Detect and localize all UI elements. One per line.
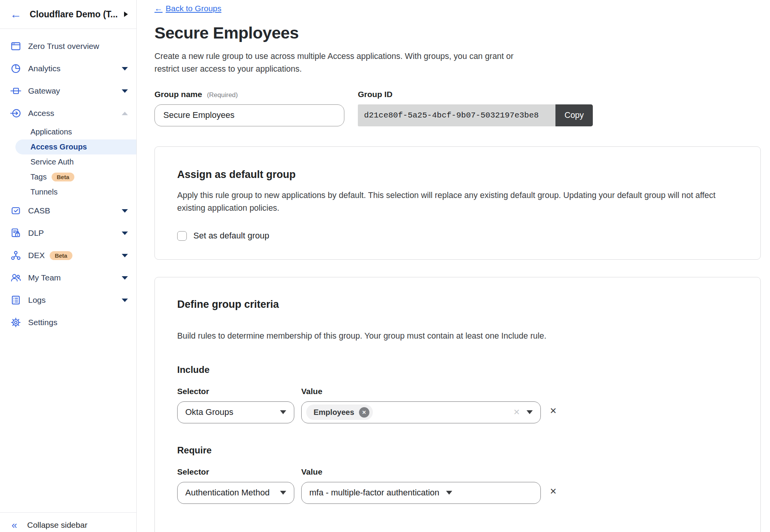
clear-value-icon[interactable]: ✕ (513, 408, 520, 417)
sidebar-item-label: Gateway (28, 86, 60, 96)
require-selector-dropdown[interactable]: Authentication Method (177, 482, 294, 504)
sidebar-item-label: Tags (30, 173, 47, 181)
sidebar-item-access[interactable]: Access (0, 102, 136, 124)
sidebar-item-zero-trust-overview[interactable]: Zero Trust overview (0, 35, 136, 57)
group-id-value: d21ce80f-5a25-4bcf-9b07-5032197e3be8 (358, 104, 555, 126)
sidebar-item-label: Settings (28, 318, 57, 327)
collapse-sidebar-button[interactable]: « Collapse sidebar (0, 512, 136, 532)
chevron-right-icon[interactable] (124, 12, 128, 17)
require-section-title: Require (177, 445, 738, 456)
back-to-groups-link[interactable]: ← Back to Groups (154, 4, 221, 13)
chevron-down-icon (122, 89, 128, 93)
dlp-icon (10, 227, 22, 239)
include-rule-row: Okta Groups Employees ✕ ✕ ✕ (177, 401, 738, 423)
include-value-label: Value (301, 387, 322, 396)
sidebar-item-label: Applications (30, 128, 72, 136)
chevron-down-icon (122, 276, 128, 280)
sidebar-item-label: Zero Trust overview (28, 42, 99, 51)
sidebar-header: ← Cloudflare Demo (T... (0, 0, 136, 29)
criteria-card: Define group criteria Build rules to det… (154, 277, 761, 532)
casb-icon (10, 205, 22, 216)
set-default-group-label: Set as default group (193, 231, 269, 241)
group-id-label: Group ID (358, 90, 593, 99)
sidebar-item-label: Service Auth (30, 158, 74, 166)
require-rule-row: Authentication Method mfa - multiple-fac… (177, 482, 738, 504)
chevron-down-icon (122, 299, 128, 302)
group-name-input[interactable] (154, 104, 344, 126)
group-id-field-group: Group ID d21ce80f-5a25-4bcf-9b07-5032197… (358, 90, 593, 126)
sidebar-item-tags[interactable]: Tags Beta (0, 170, 136, 185)
group-name-id-row: Group name (Required) Group ID d21ce80f-… (154, 90, 761, 126)
beta-badge: Beta (52, 173, 74, 181)
sidebar-item-dlp[interactable]: DLP (0, 222, 136, 244)
chevron-down-icon (122, 67, 128, 70)
chevron-down-icon (122, 209, 128, 213)
sidebar-item-label: CASB (28, 206, 50, 215)
require-value-label: Value (301, 467, 322, 477)
chevron-down-icon (280, 491, 286, 495)
criteria-card-description: Build rules to determine membership of t… (177, 330, 728, 342)
include-selector-value: Okta Groups (185, 407, 233, 417)
sidebar-item-logs[interactable]: Logs (0, 289, 136, 311)
dex-icon (10, 250, 22, 261)
sidebar-item-label: Access (28, 109, 54, 118)
arrow-left-icon: ← (154, 4, 163, 13)
remove-require-rule-button[interactable]: ✕ (550, 487, 557, 497)
sidebar-item-access-groups[interactable]: Access Groups (15, 139, 136, 154)
set-default-group-checkbox[interactable] (177, 231, 187, 241)
sidebar-item-dex[interactable]: DEX Beta (0, 244, 136, 267)
sidebar-item-casb[interactable]: CASB (0, 200, 136, 222)
sidebar-item-label: Logs (28, 295, 46, 305)
sidebar-item-my-team[interactable]: My Team (0, 267, 136, 289)
criteria-card-title: Define group criteria (177, 299, 738, 310)
chip-label: Employees (314, 408, 354, 417)
sidebar: ← Cloudflare Demo (T... Zero Trust overv… (0, 0, 137, 532)
sidebar-item-tunnels[interactable]: Tunnels (0, 185, 136, 200)
beta-badge: Beta (50, 251, 72, 260)
sidebar-item-gateway[interactable]: Gateway (0, 80, 136, 102)
page-description: Create a new rule group to use across mu… (154, 50, 526, 76)
require-selector-value: Authentication Method (185, 488, 270, 498)
require-labels-row: Selector Value (177, 467, 738, 477)
sidebar-item-settings[interactable]: Settings (0, 311, 136, 334)
logs-icon (10, 294, 22, 306)
sidebar-item-label: Tunnels (30, 188, 57, 196)
collapse-icon: « (12, 520, 17, 530)
include-labels-row: Selector Value (177, 387, 738, 396)
include-value-combobox[interactable]: Employees ✕ ✕ (301, 401, 541, 423)
require-value-dropdown[interactable]: mfa - multiple-factor authentication (301, 482, 541, 504)
sidebar-item-label: Analytics (28, 64, 60, 73)
chevron-down-icon (122, 254, 128, 257)
required-hint: (Required) (207, 91, 238, 99)
sidebar-nav: Zero Trust overview Analytics Gateway Ac… (0, 29, 136, 512)
chip-remove-icon[interactable]: ✕ (359, 407, 369, 418)
include-section-title: Include (177, 364, 738, 375)
main-content: ← Back to Groups Secure Employees Create… (137, 0, 770, 532)
chevron-down-icon (446, 491, 452, 495)
sidebar-item-label: DEX (28, 251, 45, 260)
employees-chip: Employees ✕ (306, 404, 373, 420)
require-selector-label: Selector (177, 467, 301, 477)
team-icon (10, 272, 22, 284)
window-icon (10, 40, 22, 52)
sidebar-item-label: DLP (28, 228, 44, 238)
gateway-icon (10, 85, 22, 97)
account-name[interactable]: Cloudflare Demo (T... (30, 9, 118, 20)
require-value-text: mfa - multiple-factor authentication (309, 488, 440, 498)
gear-icon (10, 317, 22, 328)
sidebar-item-analytics[interactable]: Analytics (0, 57, 136, 80)
group-name-field-group: Group name (Required) (154, 90, 344, 126)
default-group-card: Assign as default group Apply this rule … (154, 146, 761, 260)
include-selector-label: Selector (177, 387, 301, 396)
include-selector-dropdown[interactable]: Okta Groups (177, 401, 294, 423)
sidebar-item-label: My Team (28, 273, 61, 282)
collapse-label: Collapse sidebar (27, 520, 87, 530)
back-arrow-icon[interactable]: ← (10, 8, 22, 20)
sidebar-item-applications[interactable]: Applications (0, 124, 136, 139)
copy-button[interactable]: Copy (555, 104, 593, 126)
remove-include-rule-button[interactable]: ✕ (550, 406, 557, 416)
sidebar-item-service-auth[interactable]: Service Auth (0, 154, 136, 170)
chevron-up-icon (122, 112, 128, 115)
default-group-card-title: Assign as default group (177, 169, 738, 181)
chevron-down-icon (122, 232, 128, 235)
